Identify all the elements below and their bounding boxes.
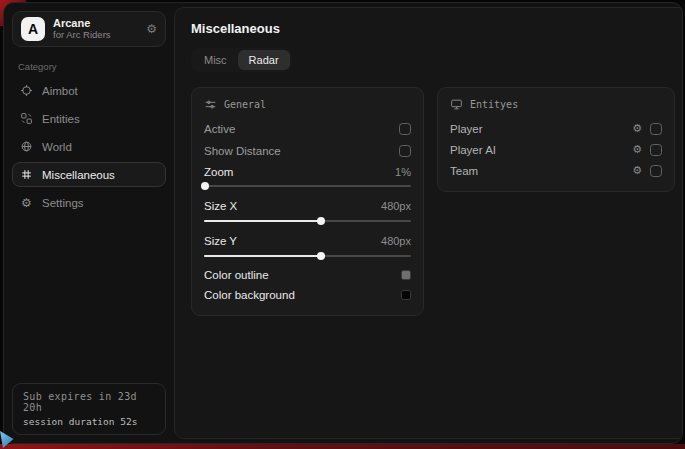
- sidebar-item-aimbot[interactable]: Aimbot: [12, 78, 166, 103]
- entity-label: Player AI: [450, 144, 632, 156]
- brand-card: A Arcane for Arc Riders ⚙: [12, 11, 166, 47]
- setting-row-active: Active: [204, 118, 411, 140]
- sidebar-item-settings[interactable]: ⚙ Settings: [12, 190, 166, 215]
- entity-row-player-ai: Player AI ⚙: [450, 139, 662, 160]
- sidebar: A Arcane for Arc Riders ⚙ Category Aimbo…: [4, 3, 174, 443]
- brand-logo: A: [21, 17, 45, 41]
- brand-subtitle: for Arc Riders: [53, 30, 138, 41]
- session-duration: session duration 52s: [23, 416, 155, 427]
- setting-row-zoom: Zoom 1%: [204, 162, 411, 191]
- entity-label: Team: [450, 165, 632, 177]
- gear-icon[interactable]: ⚙: [146, 22, 157, 36]
- setting-row-size-x: Size X 480px: [204, 195, 411, 226]
- sidebar-item-label: World: [42, 141, 72, 153]
- subscription-card: Sub expires in 23d 20h session duration …: [12, 383, 166, 435]
- tab-radar[interactable]: Radar: [238, 50, 290, 70]
- panel-entities-title: Entityes: [470, 99, 518, 110]
- crosshair-icon: [20, 84, 33, 97]
- color-outline-swatch[interactable]: [401, 270, 411, 280]
- background-red-strip: [0, 444, 685, 449]
- sidebar-item-world[interactable]: World: [12, 134, 166, 159]
- setting-row-show-distance: Show Distance: [204, 140, 411, 162]
- size-x-slider[interactable]: [204, 216, 411, 226]
- main-content: Miscellaneous Misc Radar General Active: [174, 7, 683, 439]
- setting-label: Color background: [204, 289, 295, 301]
- setting-label: Size Y: [204, 235, 237, 247]
- panel-general: General Active Show Distance Zoom 1%: [191, 87, 424, 316]
- setting-label: Active: [204, 123, 235, 135]
- grid-icon: [20, 168, 33, 181]
- zoom-slider[interactable]: [204, 181, 411, 191]
- color-background-swatch[interactable]: [401, 290, 411, 300]
- entities-icon: [20, 112, 33, 125]
- app-window: A Arcane for Arc Riders ⚙ Category Aimbo…: [3, 2, 683, 444]
- zoom-value: 1%: [395, 166, 411, 178]
- team-checkbox[interactable]: [650, 165, 662, 177]
- gear-icon[interactable]: ⚙: [632, 143, 642, 156]
- tab-bar: Misc Radar: [191, 48, 292, 72]
- sidebar-item-label: Aimbot: [42, 85, 78, 97]
- setting-label: Show Distance: [204, 145, 281, 157]
- setting-label: Color outline: [204, 269, 269, 281]
- sidebar-nav: Aimbot Entities World Miscellaneous: [12, 78, 166, 215]
- page-title: Miscellaneous: [191, 21, 675, 36]
- gear-icon: ⚙: [20, 196, 33, 210]
- setting-label: Zoom: [204, 166, 233, 178]
- sidebar-item-miscellaneous[interactable]: Miscellaneous: [12, 162, 166, 187]
- panel-entities: Entityes Player ⚙ Player AI ⚙ Team ⚙: [437, 87, 675, 192]
- size-y-value: 480px: [381, 235, 411, 247]
- entity-row-team: Team ⚙: [450, 160, 662, 181]
- active-checkbox[interactable]: [399, 123, 411, 135]
- entity-label: Player: [450, 123, 632, 135]
- setting-row-size-y: Size Y 480px: [204, 230, 411, 261]
- setting-row-color-outline: Color outline: [204, 265, 411, 285]
- gear-icon[interactable]: ⚙: [632, 122, 642, 135]
- category-label: Category: [18, 61, 166, 72]
- slider-thumb[interactable]: [201, 182, 209, 190]
- sidebar-item-label: Settings: [42, 197, 84, 209]
- monitor-icon: [450, 98, 463, 111]
- panels-row: General Active Show Distance Zoom 1%: [191, 87, 675, 316]
- show-distance-checkbox[interactable]: [399, 145, 411, 157]
- panel-general-title: General: [224, 99, 266, 110]
- sidebar-item-label: Entities: [42, 113, 80, 125]
- size-x-value: 480px: [381, 200, 411, 212]
- size-y-slider[interactable]: [204, 251, 411, 261]
- setting-row-color-background: Color background: [204, 285, 411, 305]
- subscription-expires: Sub expires in 23d 20h: [23, 391, 155, 413]
- gear-icon[interactable]: ⚙: [632, 164, 642, 177]
- sidebar-item-entities[interactable]: Entities: [12, 106, 166, 131]
- slider-thumb[interactable]: [317, 217, 325, 225]
- entity-row-player: Player ⚙: [450, 118, 662, 139]
- sidebar-item-label: Miscellaneous: [42, 169, 115, 181]
- tab-misc[interactable]: Misc: [193, 50, 238, 70]
- player-checkbox[interactable]: [650, 123, 662, 135]
- sliders-icon: [204, 98, 217, 111]
- player-ai-checkbox[interactable]: [650, 144, 662, 156]
- brand-name: Arcane: [53, 17, 138, 30]
- slider-thumb[interactable]: [317, 252, 325, 260]
- setting-label: Size X: [204, 200, 237, 212]
- globe-icon: [20, 140, 33, 153]
